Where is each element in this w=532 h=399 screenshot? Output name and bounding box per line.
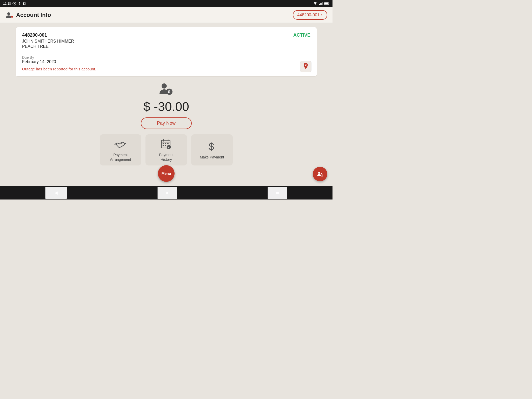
balance-icon: $ [158,82,174,97]
card-divider [22,52,310,52]
account-badge-button[interactable]: 448200-001 › [293,10,327,20]
svg-rect-4 [320,3,321,5]
svg-point-10 [7,12,10,15]
contacts-icon [316,170,324,178]
payment-history-button[interactable]: $ PaymentHistory [145,134,187,165]
nav-back-button[interactable]: ◄ [45,187,67,199]
handshake-icon [114,138,127,150]
account-card: 448200-001 ACTIVE JOHN SMITHERS HIMMER P… [16,27,317,77]
android-nav-bar: ◄ ● ■ [0,186,332,200]
contact-fab-button[interactable] [313,167,327,181]
settings-icon [12,2,16,5]
payment-arrangement-label: PaymentArrangement [110,152,131,162]
balance-section: $ $ -30.00 Pay Now [16,82,317,129]
dollar-sign-icon: $ [206,140,218,153]
nav-home-button[interactable]: ● [157,187,177,199]
action-row: PaymentArrangement $ Payme [16,134,317,165]
menu-fab-label: Menu [162,171,171,176]
account-icon: i [5,11,14,19]
wifi-icon [313,2,317,5]
outage-message: Outage has been reported for this accoun… [22,67,310,71]
account-name: JOHN SMITHERS HIMMER [22,39,310,44]
status-bar-right [313,2,329,5]
app-bar: i Account Info 448200-001 › [0,7,332,23]
page-title: Account Info [16,12,51,18]
account-number: 448200-001 [22,32,47,38]
account-badge-number: 448200-001 [297,13,320,17]
nav-recent-button[interactable]: ■ [268,187,287,199]
svg-rect-9 [329,3,329,4]
sim-icon [23,2,26,5]
outage-pin-icon [303,63,309,70]
svg-rect-24 [167,143,169,144]
menu-fab-button[interactable]: Menu [158,165,175,182]
account-location: PEACH TREE [22,44,310,49]
svg-rect-3 [319,4,320,5]
svg-rect-6 [322,2,322,5]
svg-rect-25 [163,145,164,146]
svg-text:$: $ [168,90,170,94]
due-by-label: Due By [22,55,310,59]
svg-rect-22 [163,143,164,144]
svg-point-14 [305,64,306,65]
svg-rect-23 [165,143,166,144]
svg-text:$: $ [209,141,214,152]
svg-text:$: $ [168,146,170,149]
status-bar-left: 11:18 [3,2,26,5]
payment-history-label: PaymentHistory [159,152,173,162]
svg-rect-26 [165,145,166,146]
account-card-header: 448200-001 ACTIVE [22,32,310,38]
svg-rect-2 [24,3,25,4]
time-display: 11:18 [3,2,11,5]
svg-point-30 [318,172,320,174]
main-content: 448200-001 ACTIVE JOHN SMITHERS HIMMER P… [0,23,332,186]
svg-point-0 [19,2,20,3]
app-bar-left: i Account Info [5,11,51,19]
svg-point-15 [162,83,167,89]
outage-location-button[interactable] [300,61,311,72]
svg-rect-5 [321,3,322,5]
battery-icon [324,2,329,5]
pay-now-button[interactable]: Pay Now [141,117,192,129]
svg-point-31 [321,175,322,176]
chevron-right-icon: › [321,12,323,18]
svg-rect-8 [324,3,328,4]
balance-amount: $ -30.00 [143,99,189,114]
signal-icon [319,2,323,5]
accessibility-icon [18,2,21,5]
due-by-date: February 14, 2020 [22,59,310,64]
make-payment-button[interactable]: $ Make Payment [191,134,233,165]
make-payment-label: Make Payment [200,155,224,159]
payment-arrangement-button[interactable]: PaymentArrangement [100,134,141,165]
account-status: ACTIVE [293,32,310,38]
calendar-dollar-icon: $ [160,138,172,150]
status-bar: 11:18 [0,0,332,7]
